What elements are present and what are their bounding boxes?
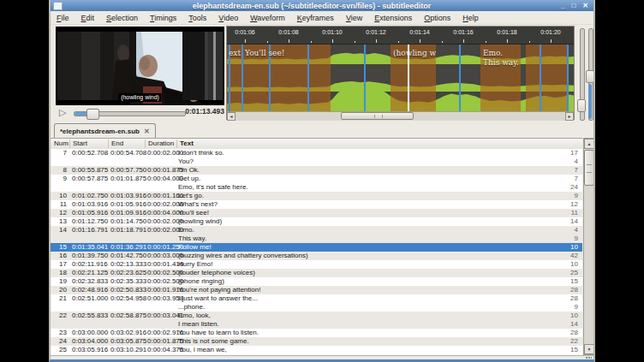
table-row[interactable]: 110:01:03.9160:01:05.9160:00:02.000What'…: [51, 200, 582, 209]
cell-start: 0:03:04.000: [69, 337, 110, 346]
cell-chars-per-line: 289: [530, 294, 582, 312]
table-row[interactable]: 70:00:52.7080:00:54.7080:00:02.000I don'…: [51, 149, 582, 166]
tab-close-icon[interactable]: ✕: [144, 128, 150, 135]
table-row[interactable]: 100:01:02.7500:01:03.9160:00:01.166Let's…: [51, 192, 582, 200]
menu-item-waveform[interactable]: Waveform: [244, 12, 291, 24]
scale-slider-fill: [588, 84, 592, 119]
cell-duration: 0:00:01.166: [147, 192, 178, 200]
cell-end: 0:01:01.875: [110, 175, 147, 183]
menu-item-view[interactable]: View: [340, 12, 368, 24]
maximize-icon[interactable]: □: [571, 1, 575, 10]
menu-item-selection[interactable]: Selection: [100, 12, 144, 24]
table-row[interactable]: 200:02:48.9160:02:50.8330:00:01.916You'r…: [51, 286, 582, 294]
video-seek-slider[interactable]: [74, 111, 186, 116]
table-row[interactable]: 250:03:05.9160:03:10.2910:00:04.375You, …: [51, 346, 582, 354]
seek-slider-thumb[interactable]: [86, 109, 99, 120]
menu-item-options[interactable]: Options: [418, 12, 456, 24]
tab-current-file[interactable]: *elephantsdream-en.sub ✕: [54, 123, 156, 139]
cell-duration: 0:00:02.000: [147, 200, 178, 209]
minimize-icon[interactable]: _: [561, 1, 564, 10]
cell-duration: 0:00:02.000: [147, 226, 178, 234]
cell-num: 14: [51, 226, 69, 234]
resize-grip[interactable]: [586, 357, 592, 360]
waveform-scrollbar-thumb[interactable]: [341, 112, 414, 120]
cell-num: 13: [51, 217, 69, 226]
cell-num: 12: [51, 209, 69, 217]
playhead[interactable]: [408, 45, 409, 111]
table-row[interactable]: 210:02:51.0000:02:54.9580:00:03.958I jus…: [51, 294, 582, 312]
scale-slider-thumb[interactable]: [586, 70, 594, 83]
play-button[interactable]: ▷: [59, 107, 66, 118]
table-row[interactable]: 170:02:11.9160:02:13.3330:00:01.416Hurry…: [51, 260, 582, 269]
cell-start: 0:03:00.000: [69, 329, 110, 337]
table-row[interactable]: 150:01:35.0410:01:36.2910:00:01.250Follo…: [51, 243, 582, 252]
table-row[interactable]: 90:00:57.8750:01:01.8750:00:04.000Get up…: [51, 175, 582, 192]
cell-chars-per-line: 22: [530, 337, 582, 346]
cell-end: 0:02:54.958: [110, 294, 147, 303]
cell-num: 18: [51, 269, 69, 277]
table-row[interactable]: 220:02:55.8330:02:58.8750:00:03.041Emo, …: [51, 312, 582, 329]
waveform-editor[interactable]: 0:01:060:01:080:01:100:01:120:01:140:01:…: [226, 26, 575, 120]
ruler-tick-major: [376, 39, 377, 43]
cell-text: (louder telephone voices): [178, 269, 530, 277]
cell-start: 0:02:21.125: [69, 269, 110, 277]
close-icon[interactable]: ✕: [582, 1, 588, 10]
column-header-start[interactable]: Start: [69, 139, 110, 148]
cell-chars-per-line: 10: [530, 243, 582, 252]
menu-item-timings[interactable]: Timings: [144, 12, 182, 24]
cell-start: 0:02:48.916: [69, 286, 110, 294]
cell-duration: 0:00:03.000: [147, 252, 178, 260]
cell-text: You have to learn to listen.: [178, 329, 530, 337]
table-row[interactable]: 130:01:12.7500:01:14.7500:00:02.000(howl…: [51, 217, 582, 226]
table-row[interactable]: 160:01:39.7500:01:42.7500:00:03.000(buzz…: [51, 252, 582, 260]
cell-start: 0:02:55.833: [69, 312, 110, 320]
cell-start: 0:01:12.750: [69, 217, 110, 226]
cell-duration: 0:00:01.416: [147, 260, 178, 269]
table-row[interactable]: 180:02:21.1250:02:23.6250:00:02.500(loud…: [51, 269, 582, 277]
cell-text: Hurry Emo!: [178, 260, 530, 269]
titlebar[interactable]: elephantsdream-en.sub (~/subtitleeditor-…: [51, 0, 593, 11]
table-row[interactable]: 230:03:00.0000:03:02.9160:00:02.916You h…: [51, 329, 582, 337]
column-header-end[interactable]: End: [108, 139, 147, 148]
ruler-tick-major: [332, 39, 333, 43]
video-preview: (howling wind): [56, 27, 224, 105]
menu-item-file[interactable]: File: [51, 12, 75, 24]
column-header-text[interactable]: Text: [176, 139, 522, 148]
scroll-down-icon[interactable]: ▼: [584, 344, 594, 354]
table-row[interactable]: 120:01:05.9160:01:09.9160:00:04.000You'l…: [51, 209, 582, 217]
cell-num: 20: [51, 286, 69, 294]
menu-item-edit[interactable]: Edit: [75, 12, 101, 24]
menu-item-help[interactable]: Help: [456, 12, 485, 24]
table-row[interactable]: 190:02:32.8330:02:35.3330:00:02.500(phon…: [51, 277, 582, 286]
scroll-left-icon[interactable]: ◂: [227, 112, 236, 121]
scroll-right-icon[interactable]: ▸: [565, 112, 574, 121]
cell-start: 0:00:55.875: [69, 166, 110, 175]
table-row[interactable]: 140:01:16.7910:01:18.7910:00:02.000Emo.T…: [51, 226, 582, 243]
cell-chars-per-line: 10: [530, 260, 582, 269]
ruler-tick-label: 0:01:20: [534, 29, 568, 35]
cell-chars-per-line: 42: [530, 252, 582, 260]
cell-text: You, i mean we,: [178, 346, 530, 354]
app-window: elephantsdream-en.sub (~/subtitleeditor-…: [49, 0, 595, 362]
cell-duration: 0:00:01.875: [147, 166, 178, 175]
cell-end: 0:02:58.875: [110, 312, 147, 320]
subtitle-table: 70:00:52.7080:00:54.7080:00:02.000I don'…: [51, 149, 582, 355]
menu-item-keyframes[interactable]: Keyframes: [291, 12, 340, 24]
scroll-up-icon[interactable]: ▲: [584, 139, 594, 149]
cell-start: 0:03:05.916: [69, 346, 110, 354]
cell-num: 21: [51, 294, 69, 303]
cell-text: Emo.This way.: [178, 226, 530, 243]
cell-duration: 0:00:02.000: [147, 149, 178, 157]
waveform-area[interactable]: extYou'll see!(howling wEmo.This way.: [227, 45, 574, 111]
waveform-scrollbar[interactable]: ◂ ▸: [227, 111, 574, 121]
table-scrollbar[interactable]: ▲ ▼: [583, 138, 595, 355]
cell-chars-per-line: 14: [530, 217, 582, 226]
menu-item-extensions[interactable]: Extensions: [368, 12, 418, 24]
column-header-duration[interactable]: Duration: [145, 139, 179, 148]
menu-item-tools[interactable]: Tools: [182, 12, 212, 24]
zoom-slider-thumb[interactable]: [577, 99, 586, 112]
table-row[interactable]: 80:00:55.8750:00:57.7500:00:01.875I'm Ok…: [51, 166, 582, 175]
table-scrollbar-thumb[interactable]: [584, 150, 594, 186]
menu-item-video[interactable]: Video: [212, 12, 244, 24]
table-row[interactable]: 240:03:04.0000:03:05.8750:00:01.875This …: [51, 337, 582, 346]
